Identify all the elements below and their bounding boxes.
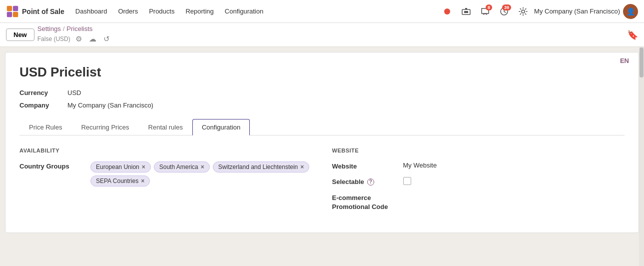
updates-icon[interactable]: 39 — [496, 4, 512, 20]
tab-recurring-prices[interactable]: Recurring Prices — [71, 119, 138, 136]
svg-rect-1 — [13, 6, 18, 10]
upload-icon[interactable]: ☁ — [87, 34, 98, 44]
tags-container: European Union × South America × Switzer… — [90, 162, 312, 186]
currency-value: USD — [67, 89, 81, 96]
breadcrumb-settings[interactable]: Settings — [37, 25, 61, 32]
website-row: Website My Website — [332, 162, 625, 170]
app-title: Point of Sale — [22, 8, 64, 16]
iot-icon[interactable] — [458, 4, 474, 20]
country-groups-row: Country Groups European Union × South Am… — [19, 162, 312, 186]
tag-sepa-remove[interactable]: × — [141, 178, 144, 184]
app-logo[interactable]: Point of Sale — [6, 5, 64, 18]
website-section: WEBSITE Website My Website Selectable ? — [332, 148, 625, 218]
currency-label: Currency — [19, 89, 59, 96]
breadcrumb-pricelists[interactable]: Pricelists — [66, 25, 92, 32]
website-value: My Website — [403, 162, 625, 169]
availability-title: AVAILABILITY — [19, 148, 312, 154]
tab-rental-rules[interactable]: Rental rules — [139, 119, 192, 136]
nav-right-area: 8 39 My Company (San Francisco) 👤 — [439, 4, 638, 20]
ecommerce-label: E-commercePromotional Code — [332, 192, 397, 212]
scrollbar[interactable] — [639, 47, 644, 266]
settings-gear-icon[interactable]: ⚙ — [73, 34, 84, 44]
updates-badge: 39 — [502, 4, 511, 10]
nav-products[interactable]: Products — [144, 6, 179, 17]
nav-dashboard[interactable]: Dashboard — [70, 6, 112, 17]
tab-price-rules[interactable]: Price Rules — [19, 119, 71, 136]
tag-sepa-countries: SEPA Countries × — [90, 176, 150, 186]
company-value: My Company (San Francisco) — [67, 102, 153, 109]
top-navigation: Point of Sale Dashboard Orders Products … — [0, 0, 644, 23]
tabs-bar: Price Rules Recurring Prices Rental rule… — [19, 119, 625, 136]
tag-switzerland: Switzerland and Liechtenstein × — [213, 162, 309, 172]
nav-orders[interactable]: Orders — [113, 6, 143, 17]
breadcrumb-path: Settings / Pricelists — [37, 25, 112, 32]
website-title: WEBSITE — [332, 148, 625, 154]
country-groups-tags: European Union × South America × Switzer… — [90, 162, 312, 186]
discard-icon[interactable]: ↺ — [101, 34, 112, 44]
ecommerce-row: E-commercePromotional Code — [332, 192, 625, 212]
user-avatar[interactable]: 👤 — [623, 4, 638, 19]
svg-rect-2 — [7, 12, 12, 16]
svg-rect-3 — [13, 12, 18, 16]
status-dot[interactable] — [439, 4, 455, 20]
new-button[interactable]: New — [6, 28, 34, 41]
svg-point-4 — [444, 8, 450, 14]
tag-switzerland-remove[interactable]: × — [300, 164, 304, 170]
bookmark-icon[interactable]: 🔖 — [627, 30, 638, 40]
tag-european-union: European Union × — [90, 162, 151, 172]
nav-configuration[interactable]: Configuration — [220, 6, 268, 17]
main-content: EN USD Pricelist Currency USD Company My… — [0, 47, 644, 266]
selectable-checkbox[interactable] — [403, 177, 411, 185]
svg-rect-6 — [464, 11, 468, 13]
form-card: EN USD Pricelist Currency USD Company My… — [5, 52, 639, 233]
website-label: Website — [332, 162, 397, 170]
company-name[interactable]: My Company (San Francisco) — [534, 8, 620, 15]
two-col-layout: AVAILABILITY Country Groups European Uni… — [19, 148, 625, 218]
breadcrumb-left: New Settings / Pricelists False (USD) ⚙ … — [6, 25, 112, 44]
logo-icon — [6, 5, 19, 18]
nav-menu: Dashboard Orders Products Reporting Conf… — [70, 6, 437, 17]
tag-south-america-remove[interactable]: × — [201, 164, 204, 170]
tag-south-america: South America × — [154, 162, 210, 172]
company-field-row: Company My Company (San Francisco) — [19, 102, 625, 109]
breadcrumb-bar: New Settings / Pricelists False (USD) ⚙ … — [0, 23, 644, 47]
nav-reporting[interactable]: Reporting — [180, 6, 218, 17]
scrollbar-thumb[interactable] — [640, 48, 644, 78]
country-groups-label: Country Groups — [19, 162, 84, 170]
breadcrumb-right: 🔖 — [627, 30, 638, 40]
selectable-row: Selectable ? — [332, 177, 625, 186]
selectable-label: Selectable ? — [332, 177, 397, 186]
tag-european-union-remove[interactable]: × — [142, 164, 145, 170]
messages-icon[interactable]: 8 — [477, 4, 493, 20]
availability-section: AVAILABILITY Country Groups European Uni… — [19, 148, 312, 218]
svg-point-9 — [522, 10, 525, 13]
selectable-help-icon[interactable]: ? — [367, 178, 374, 186]
breadcrumb-sep: / — [63, 25, 65, 32]
tab-configuration[interactable]: Configuration — [192, 119, 250, 136]
messages-badge: 8 — [486, 4, 492, 10]
breadcrumb-sub: False (USD) ⚙ ☁ ↺ — [37, 34, 112, 44]
language-badge[interactable]: EN — [620, 57, 629, 64]
tab-content-configuration: AVAILABILITY Country Groups European Uni… — [19, 136, 625, 218]
settings-icon[interactable] — [515, 4, 531, 20]
form-title: USD Pricelist — [19, 64, 625, 80]
svg-rect-0 — [7, 6, 12, 10]
svg-rect-7 — [465, 8, 467, 10]
currency-field-row: Currency USD — [19, 89, 625, 96]
company-label: Company — [19, 102, 59, 109]
breadcrumb-sub-label: False (USD) — [37, 36, 70, 42]
